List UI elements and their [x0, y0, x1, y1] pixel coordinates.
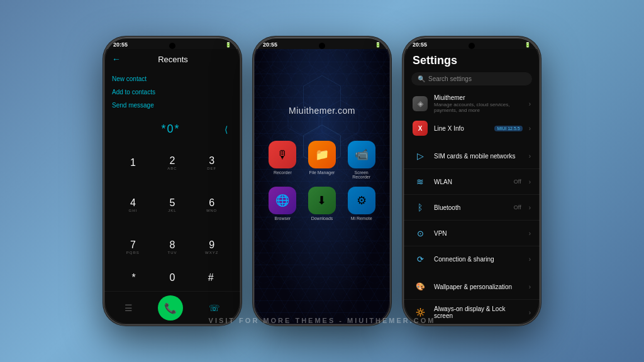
search-icon: 🔍 — [418, 75, 425, 82]
app-downloads-icon: ⬇ — [308, 187, 336, 214]
app-screenrec-label: Screen Recorder — [345, 170, 377, 179]
status-icons-1: 🔋 — [225, 42, 231, 48]
vpn-title: VPN — [434, 230, 523, 237]
backspace-icon[interactable]: ⟨ — [225, 124, 228, 134]
wlan-title: WLAN — [434, 178, 508, 185]
add-contacts-option[interactable]: Add to contacts — [112, 87, 233, 97]
app-screenrec[interactable]: 📹 Screen Recorder — [345, 141, 377, 179]
key-8[interactable]: 8TUV — [154, 228, 191, 267]
app-miremote-icon: ⚙ — [348, 187, 375, 214]
sim-title: SIM cards & mobile networks — [434, 153, 523, 160]
contacts-bottom-icon[interactable]: ☏ — [209, 303, 220, 313]
key-6[interactable]: 6MNO — [193, 185, 230, 225]
time-3: 20:55 — [413, 41, 427, 48]
settings-item-sim[interactable]: ▷ SIM cards & mobile networks › — [404, 145, 540, 167]
key-5[interactable]: 5JKL — [154, 185, 191, 225]
settings-item-wallpaper[interactable]: 🎨 Wallpaper & personalization › — [404, 275, 540, 298]
app-grid: 🎙 Recorder 📁 File Manager 📹 Screen Recor… — [254, 128, 390, 221]
key-1[interactable]: 1 — [114, 143, 152, 183]
status-icons-3: 🔋 — [525, 42, 531, 48]
chevron-vpn: › — [529, 230, 531, 237]
status-icons-2: 🔋 — [375, 42, 381, 48]
aod-title: Always-on display & Lock screen — [434, 305, 523, 319]
phone-home: 20:55 🔋 Miuit — [253, 36, 391, 326]
vpn-icon: ⊙ — [413, 226, 428, 241]
phones-container: 20:55 🔋 ← Recents New contact Add to con… — [103, 36, 541, 326]
chevron-aod: › — [529, 309, 531, 316]
app-recorder-icon: 🎙 — [269, 141, 296, 168]
dialer-display: *0* — [117, 123, 225, 136]
app-browser[interactable]: 🌐 Browser — [267, 187, 299, 221]
key-2[interactable]: 2ABC — [154, 143, 191, 183]
time-1: 20:55 — [113, 41, 128, 48]
app-downloads[interactable]: ⬇ Downloads — [306, 187, 338, 221]
wlan-content: WLAN — [434, 178, 508, 185]
settings-item-wlan[interactable]: ≋ WLAN Off › — [404, 170, 540, 193]
watermark: VISIT FOR MORE THEMES - MIUITHEMER.COM — [209, 317, 436, 324]
bluetooth-icon: ᛒ — [413, 200, 428, 215]
app-filemanager-icon: 📁 — [308, 141, 336, 168]
send-message-option[interactable]: Send message — [112, 101, 233, 110]
phone-settings: 20:55 🔋 Settings 🔍 Search settings ◈ Miu… — [402, 36, 541, 326]
site-name-text: Miuithemer.com — [289, 106, 355, 116]
aod-content: Always-on display & Lock screen — [434, 305, 523, 319]
key-0[interactable]: 0 — [153, 272, 191, 283]
key-3[interactable]: 3DEF — [193, 143, 230, 183]
recents-header: ← Recents — [104, 49, 240, 69]
wifi-icon: ≋ — [413, 174, 428, 189]
key-4[interactable]: 4GHI — [114, 185, 152, 225]
sim-icon: ▷ — [413, 148, 428, 163]
dialer-grid: 1 2ABC 3DEF 4GHI 5JKL 6MNO 7PQRS 8TUV 9W… — [104, 141, 240, 270]
settings-item-miuithemer[interactable]: ◈ Miuithemer Manage accounts, cloud serv… — [404, 90, 540, 117]
app-downloads-label: Downloads — [311, 216, 333, 221]
chevron-bluetooth: › — [529, 204, 531, 211]
key-9[interactable]: 9WXYZ — [193, 228, 230, 267]
chevron-wallpaper: › — [529, 283, 531, 290]
chevron-wlan: › — [529, 178, 531, 185]
wallpaper-content: Wallpaper & personalization — [434, 283, 523, 290]
app-recorder-label: Recorder — [274, 170, 292, 175]
wallpaper-title: Wallpaper & personalization — [434, 283, 523, 290]
key-7[interactable]: 7PQRS — [114, 228, 152, 267]
call-button[interactable]: 📞 — [158, 295, 183, 321]
new-contact-option[interactable]: New contact — [112, 74, 233, 84]
key-star[interactable]: * — [114, 272, 153, 283]
settings-title: Settings — [404, 49, 540, 70]
settings-search-bar[interactable]: 🔍 Search settings — [411, 72, 532, 85]
chevron-linex: › — [529, 125, 531, 132]
chevron-miuithemer: › — [529, 101, 531, 107]
bluetooth-content: Bluetooth — [434, 204, 508, 211]
miuithemer-title: Miuithemer — [434, 94, 523, 101]
recents-title: Recents — [126, 55, 220, 64]
linex-icon: X — [413, 121, 428, 136]
dialer-input-area: *0* ⟨ — [104, 115, 240, 141]
time-2: 20:55 — [263, 41, 277, 48]
bluetooth-value: Off — [514, 204, 521, 211]
settings-item-vpn[interactable]: ⊙ VPN › — [404, 222, 540, 244]
chevron-connection: › — [529, 256, 531, 263]
key-hash[interactable]: # — [192, 272, 230, 283]
back-arrow-icon[interactable]: ← — [112, 54, 121, 64]
search-placeholder-text: Search settings — [428, 75, 472, 82]
screen-home: Miuithemer.com 🎙 Recorder 📁 File Manager… — [254, 49, 390, 324]
dialer-bottom-row: * 0 # — [104, 270, 240, 291]
settings-item-connection[interactable]: ⟳ Connection & sharing › — [404, 248, 540, 270]
chevron-sim: › — [529, 153, 531, 160]
sim-content: SIM cards & mobile networks — [434, 153, 523, 160]
app-miremote[interactable]: ⚙ Mi Remote — [345, 187, 377, 221]
app-screenrec-icon: 📹 — [348, 141, 375, 168]
settings-item-bluetooth[interactable]: ᛒ Bluetooth Off › — [404, 196, 540, 219]
wlan-value: Off — [514, 178, 521, 185]
app-filemanager[interactable]: 📁 File Manager — [306, 141, 338, 179]
connection-content: Connection & sharing — [434, 256, 523, 263]
connection-title: Connection & sharing — [434, 256, 523, 263]
app-recorder[interactable]: 🎙 Recorder — [267, 141, 299, 179]
camera-punch-hole-2 — [319, 43, 325, 49]
contact-options: New contact Add to contacts Send message — [104, 69, 240, 115]
vpn-content: VPN — [434, 230, 523, 237]
recents-bottom-icon[interactable]: ☰ — [125, 303, 133, 313]
settings-item-linex[interactable]: X Line X Info MIUI 12.5.5 › — [404, 117, 540, 140]
linex-title: Line X Info — [434, 125, 488, 132]
miuithemer-account-icon: ◈ — [413, 96, 428, 111]
app-filemanager-label: File Manager — [309, 170, 335, 175]
